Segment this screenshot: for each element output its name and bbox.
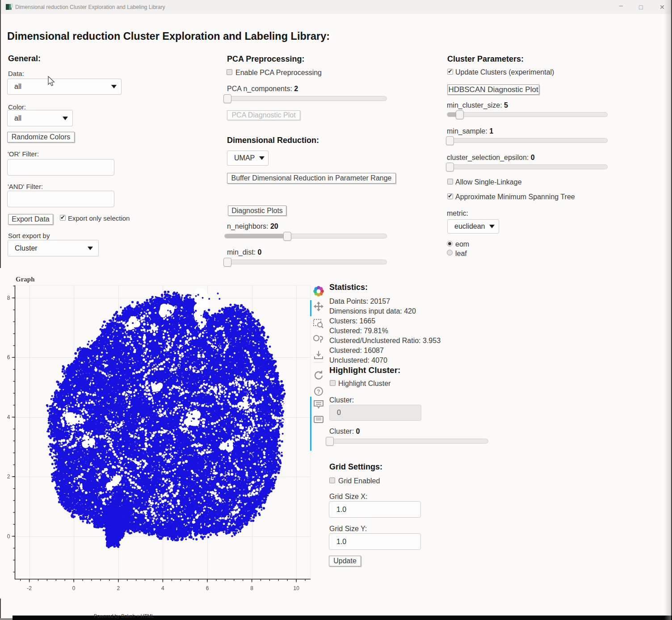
svg-text:?: ? [317, 389, 320, 395]
